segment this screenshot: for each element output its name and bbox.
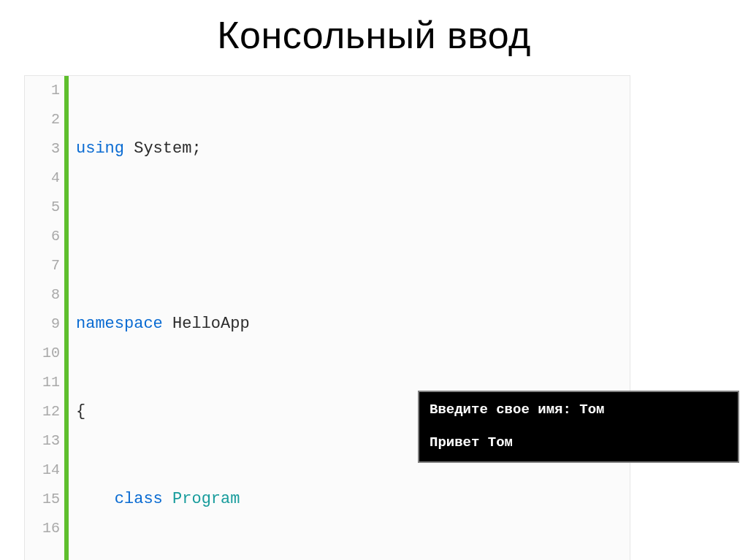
code-line: using System; (76, 134, 630, 164)
line-number: 12 (25, 397, 60, 426)
slide-title: Консольный ввод (0, 13, 748, 57)
code-line (76, 222, 630, 251)
line-number: 8 (25, 280, 60, 310)
line-number: 11 (25, 368, 60, 397)
line-number: 16 (25, 514, 60, 543)
console-output-window: Введите свое имя: Том Привет Том (418, 391, 739, 463)
code-content: using System; namespace HelloApp { class… (69, 76, 630, 560)
line-number: 7 (25, 251, 60, 280)
line-number: 6 (25, 222, 60, 251)
identifier: System (134, 139, 191, 158)
line-number: 3 (25, 134, 60, 164)
keyword-using: using (76, 139, 124, 158)
line-number: 14 (25, 456, 60, 485)
keyword-class: class (115, 490, 163, 508)
line-number: 2 (25, 105, 60, 134)
keyword-namespace: namespace (76, 315, 163, 333)
type-name: Program (172, 490, 240, 508)
punct: ; (191, 139, 201, 158)
line-number: 15 (25, 485, 60, 514)
code-editor: 1 2 3 4 5 6 7 8 9 10 11 12 13 14 15 16 u… (24, 75, 630, 560)
line-number: 1 (25, 76, 60, 105)
brace-open: { (76, 402, 85, 421)
console-line: Введите свое имя: Том (430, 399, 728, 421)
line-number: 10 (25, 339, 60, 368)
line-number: 5 (25, 193, 60, 222)
console-line: Привет Том (430, 432, 728, 453)
identifier: HelloApp (172, 315, 250, 333)
line-number: 13 (25, 426, 60, 456)
code-line: namespace HelloApp (76, 310, 630, 339)
code-line: class Program (76, 485, 630, 514)
line-number-gutter: 1 2 3 4 5 6 7 8 9 10 11 12 13 14 15 16 (25, 76, 64, 560)
line-number: 4 (25, 164, 60, 193)
line-number: 9 (25, 310, 60, 339)
